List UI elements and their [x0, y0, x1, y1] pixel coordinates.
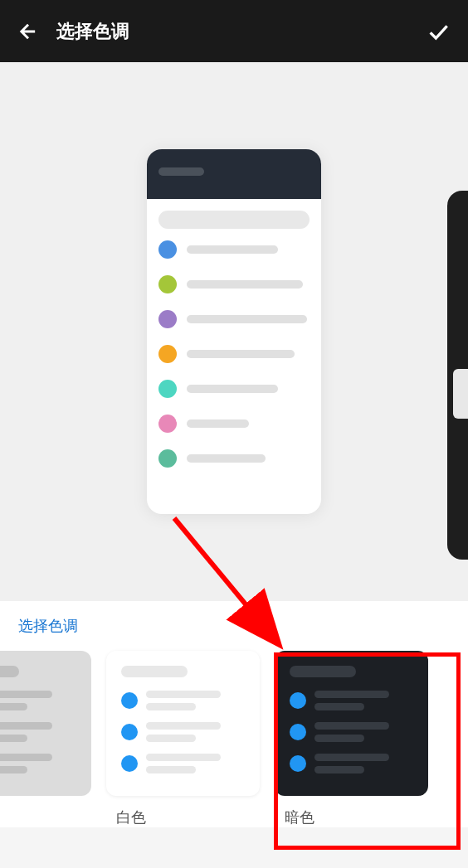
header-bar: 选择色调 — [0, 0, 468, 62]
dot-icon — [290, 755, 306, 772]
phone-preview-header — [147, 149, 321, 199]
color-dot-icon — [158, 449, 177, 468]
list-item — [158, 345, 310, 363]
back-arrow-icon[interactable] — [17, 20, 40, 43]
section-label: 选择色调 — [0, 616, 468, 651]
list-item — [158, 449, 310, 468]
color-dot-icon — [158, 240, 177, 259]
preview-area — [0, 62, 468, 601]
list-item — [158, 310, 310, 328]
dot-icon — [290, 692, 306, 709]
theme-label: 白色 — [116, 807, 146, 827]
list-item — [158, 275, 310, 293]
color-dot-icon — [158, 415, 177, 433]
theme-label: 暗色 — [285, 807, 314, 827]
scroll-handle-icon[interactable] — [453, 369, 468, 419]
list-item — [158, 240, 310, 259]
theme-thumb — [106, 651, 260, 796]
theme-thumb — [275, 651, 428, 796]
header-left: 选择色调 — [17, 19, 129, 44]
page-title: 选择色调 — [56, 19, 129, 44]
confirm-check-icon[interactable] — [425, 18, 451, 45]
color-dot-icon — [158, 310, 177, 328]
dot-icon — [290, 724, 306, 740]
dot-icon — [121, 755, 138, 772]
theme-option-white[interactable]: 白色 — [106, 651, 260, 827]
dot-icon — [121, 692, 138, 709]
phone-preview-light — [147, 149, 321, 514]
theme-options-row: 白色 暗色 — [0, 651, 468, 827]
list-item — [158, 415, 310, 433]
theme-option-previous[interactable] — [0, 651, 91, 827]
color-dot-icon — [158, 275, 177, 293]
phone-preview-list — [147, 240, 321, 468]
color-dot-icon — [158, 380, 177, 398]
theme-option-dark[interactable]: 暗色 — [275, 651, 428, 827]
color-dot-icon — [158, 345, 177, 363]
dot-icon — [121, 724, 138, 740]
theme-selector-section: 选择色调 白色 — [0, 601, 468, 827]
theme-thumb — [0, 651, 91, 796]
list-item — [158, 380, 310, 398]
phone-preview-search — [158, 211, 310, 229]
